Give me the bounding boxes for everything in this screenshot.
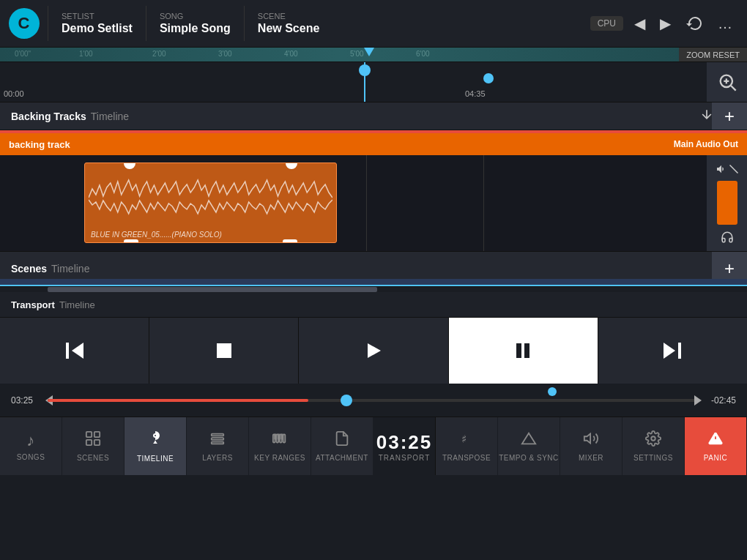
time-cursor-dot <box>359 64 371 76</box>
playhead-dot <box>483 73 494 83</box>
progress-bar[interactable] <box>48 399 699 402</box>
svg-marker-31 <box>522 433 535 444</box>
history-button[interactable] <box>685 15 703 32</box>
svg-point-19 <box>155 435 156 436</box>
nav-item-attachment[interactable]: ATTACHMENT <box>311 417 374 475</box>
backing-tracks-title: Backing Tracks <box>11 111 86 122</box>
transport-header: Transport Timeline <box>0 292 747 318</box>
svg-rect-21 <box>212 438 224 440</box>
stop-button[interactable] <box>149 318 299 384</box>
nav-item-transpose[interactable]: ♯ TRANSPOSE <box>436 417 498 475</box>
mute-button[interactable] <box>716 163 738 175</box>
app-logo[interactable]: C <box>0 8 48 39</box>
nav-item-mixer[interactable]: MIXER <box>560 417 622 475</box>
svg-rect-10 <box>516 343 521 358</box>
track-divider-2 <box>483 155 484 251</box>
play-transport-button[interactable] <box>299 318 448 384</box>
scenes-nav-label: SCENES <box>77 454 109 462</box>
more-button[interactable]: … <box>718 15 732 32</box>
nav-transport-time: 03:25 <box>376 431 433 454</box>
clip-handle-bottom-left[interactable]: ↔ <box>124 239 138 243</box>
horizontal-scrollbar[interactable] <box>0 286 747 292</box>
track-divider-1 <box>366 155 367 251</box>
scene-value[interactable]: New Scene <box>258 22 326 35</box>
svg-marker-32 <box>584 434 590 444</box>
svg-rect-16 <box>86 440 92 445</box>
nav-item-settings[interactable]: SETTINGS <box>622 417 685 475</box>
scrollbar-thumb[interactable] <box>48 287 377 292</box>
playhead-time: 04:35 <box>465 89 486 98</box>
progress-time-end: -02:45 <box>711 395 736 406</box>
layers-label: LAYERS <box>202 454 233 462</box>
nav-item-key-ranges[interactable]: KEY RANGES <box>249 417 311 475</box>
svg-rect-29 <box>281 435 283 439</box>
zoom-panel[interactable] <box>707 62 747 102</box>
progress-right-handle[interactable] <box>694 395 702 406</box>
rewind-button[interactable]: ◀ <box>634 15 645 32</box>
bottom-nav: ♪ SONGS SCENES TIMELINE LAYERS KEY RANGE… <box>0 417 747 475</box>
song-value[interactable]: Simple Song <box>160 22 231 35</box>
progress-thumb[interactable] <box>341 395 352 406</box>
progress-time-start: 03:25 <box>11 395 33 406</box>
transpose-label: TRANSPOSE <box>442 454 491 462</box>
play-button[interactable]: ▶ <box>660 15 671 32</box>
nav-item-tempo-sync[interactable]: TEMPO & SYNC <box>498 417 560 475</box>
skip-forward-button[interactable] <box>598 318 747 384</box>
clip-handle-bottom-right[interactable]: ↔ <box>283 239 297 243</box>
svg-rect-14 <box>86 432 92 437</box>
svg-line-1 <box>731 86 735 90</box>
svg-rect-12 <box>678 343 681 359</box>
svg-marker-9 <box>368 343 381 358</box>
clip-label: BLUE IN GREEN_05......(PIANO SOLO) <box>91 231 222 239</box>
key-ranges-icon <box>272 430 288 451</box>
songs-label: SONGS <box>17 453 45 461</box>
song-segment: Song Simple Song <box>146 6 244 41</box>
skip-back-button[interactable] <box>0 318 149 384</box>
nav-item-panic[interactable]: PANIC <box>685 417 747 475</box>
headphone-button[interactable] <box>721 231 734 247</box>
waveform-display <box>89 174 332 222</box>
nav-item-layers[interactable]: LAYERS <box>187 417 249 475</box>
timeline-nav-label: TIMELINE <box>137 455 174 463</box>
nav-transport-display: 03:25 TRANSPORT <box>374 417 436 475</box>
track-area: backing track Main Audio Out <box>0 130 747 251</box>
progress-fill <box>48 399 308 402</box>
setlist-value[interactable]: Demo Setlist <box>62 22 133 35</box>
settings-icon <box>645 430 661 451</box>
cpu-indicator: CPU <box>590 16 623 31</box>
svg-rect-20 <box>212 434 224 436</box>
time-start: 00:00 <box>4 89 24 98</box>
progress-marker <box>548 387 557 396</box>
svg-text:♯: ♯ <box>461 433 467 445</box>
scene-segment: Scene New Scene <box>244 6 339 41</box>
transport-title: Transport <box>11 299 55 310</box>
audio-clip[interactable]: ↔ ↔ BLUE IN GREEN_05......(PIANO SOLO) <box>84 163 337 243</box>
add-backing-track-button[interactable]: + <box>712 102 747 130</box>
backing-tracks-header: Backing Tracks Timeline ✎ + <box>0 102 747 130</box>
svg-point-33 <box>651 436 655 441</box>
track-content: ↔ ↔ BLUE IN GREEN_05......(PIANO SOLO) <box>0 155 747 251</box>
track-row[interactable]: backing track Main Audio Out <box>0 133 747 155</box>
nav-item-songs[interactable]: ♪ SONGS <box>0 417 62 475</box>
progress-bar-container: 03:25 -02:45 <box>0 384 747 417</box>
app-header: C Setlist Demo Setlist Song Simple Song … <box>0 0 747 48</box>
backing-tracks-subtitle: Timeline <box>91 111 129 122</box>
zoom-reset-button[interactable]: ZOOM RESET <box>679 48 747 61</box>
nav-item-timeline[interactable]: TIMELINE <box>124 417 187 475</box>
transport-subtitle: Timeline <box>59 299 95 310</box>
tempo-sync-label: TEMPO & SYNC <box>499 454 559 462</box>
svg-marker-13 <box>664 343 675 359</box>
pause-button[interactable] <box>449 318 598 384</box>
clip-handle-top-left[interactable] <box>124 163 135 169</box>
setlist-label: Setlist <box>62 12 133 20</box>
tempo-sync-icon <box>521 430 537 451</box>
time-display-row: 00:00 04:35 <box>0 62 747 102</box>
setlist-segment: Setlist Demo Setlist <box>48 6 146 41</box>
scenes-title: Scenes <box>11 263 47 275</box>
nav-item-scenes[interactable]: SCENES <box>62 417 124 475</box>
svg-rect-27 <box>275 435 276 439</box>
clip-handle-top-right[interactable] <box>286 163 297 169</box>
panic-label: PANIC <box>704 454 727 462</box>
scene-label: Scene <box>258 12 326 20</box>
mixer-icon <box>583 430 599 451</box>
